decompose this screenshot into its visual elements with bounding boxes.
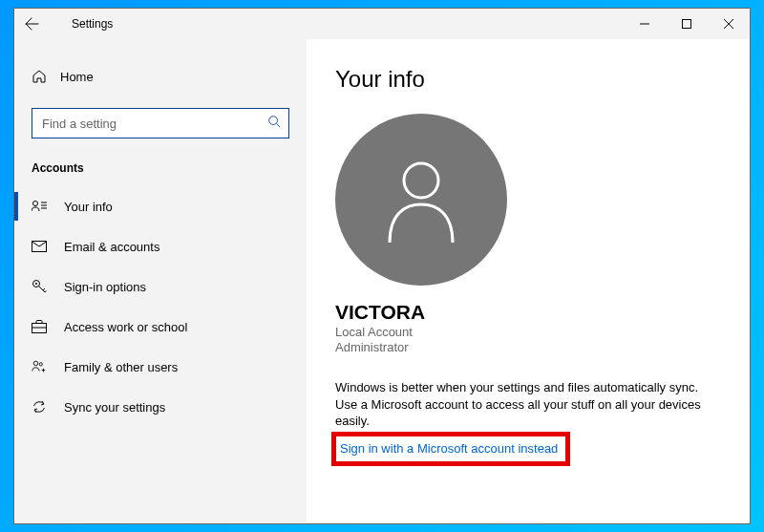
svg-point-18	[33, 361, 37, 365]
sidebar-item-signin-options[interactable]: Sign-in options	[14, 266, 307, 307]
sidebar-item-label: Family & other users	[64, 360, 178, 374]
svg-line-5	[277, 124, 281, 128]
search-input[interactable]	[40, 116, 267, 132]
content: Home Accounts Your info Email & acco	[14, 39, 750, 523]
close-icon	[724, 19, 733, 29]
search-box[interactable]	[32, 108, 289, 138]
sidebar-item-label: Access work or school	[64, 320, 187, 334]
page-title: Your info	[335, 66, 721, 93]
sync-icon	[32, 399, 47, 415]
sidebar-item-access-work-school[interactable]: Access work or school	[14, 307, 307, 347]
people-plus-icon	[32, 359, 47, 374]
window-title: Settings	[49, 17, 113, 31]
sidebar-item-label: Your info	[64, 200, 113, 214]
svg-point-4	[269, 117, 278, 125]
avatar	[335, 114, 507, 286]
minimize-icon	[640, 19, 649, 29]
maximize-button[interactable]	[666, 9, 708, 39]
highlight-box: Sign in with a Microsoft account instead	[331, 432, 570, 466]
svg-line-14	[43, 288, 45, 290]
sidebar-item-label: Sync your settings	[64, 400, 165, 415]
titlebar: Settings	[14, 9, 750, 39]
close-button[interactable]	[708, 9, 750, 39]
promo-text: Windows is better when your settings and…	[335, 379, 721, 430]
svg-point-6	[33, 202, 38, 206]
home-label: Home	[60, 70, 94, 84]
sidebar-item-label: Email & accounts	[64, 240, 159, 254]
maximize-icon	[682, 19, 691, 29]
minimize-button[interactable]	[624, 9, 666, 39]
account-role: Administrator	[335, 340, 721, 354]
main-panel: Your info VICTORA Local Account Administ…	[307, 39, 750, 523]
sidebar-item-sync-settings[interactable]: Sync your settings	[14, 387, 307, 427]
signin-microsoft-link[interactable]: Sign in with a Microsoft account instead	[340, 441, 558, 456]
person-card-icon	[32, 199, 47, 214]
sidebar-item-your-info[interactable]: Your info	[14, 186, 307, 226]
arrow-left-icon	[24, 16, 39, 32]
sidebar-item-email-accounts[interactable]: Email & accounts	[14, 226, 307, 266]
search-icon	[267, 115, 281, 132]
key-icon	[32, 279, 47, 294]
username: VICTORA	[335, 301, 721, 324]
account-type: Local Account	[335, 325, 721, 339]
back-button[interactable]	[14, 9, 49, 39]
settings-window: Settings Home Account	[13, 8, 751, 524]
mail-icon	[32, 239, 47, 254]
home-button[interactable]: Home	[14, 58, 307, 95]
svg-point-19	[39, 363, 42, 366]
sidebar: Home Accounts Your info Email & acco	[14, 39, 307, 523]
sidebar-item-family-users[interactable]: Family & other users	[14, 347, 307, 387]
svg-line-15	[45, 291, 47, 293]
svg-point-12	[35, 283, 37, 285]
sidebar-section-label: Accounts	[14, 161, 307, 175]
person-icon	[378, 152, 464, 247]
home-icon	[32, 69, 47, 84]
briefcase-icon	[32, 319, 47, 334]
sidebar-item-label: Sign-in options	[64, 280, 146, 294]
svg-point-22	[404, 163, 438, 198]
svg-rect-1	[683, 20, 691, 29]
